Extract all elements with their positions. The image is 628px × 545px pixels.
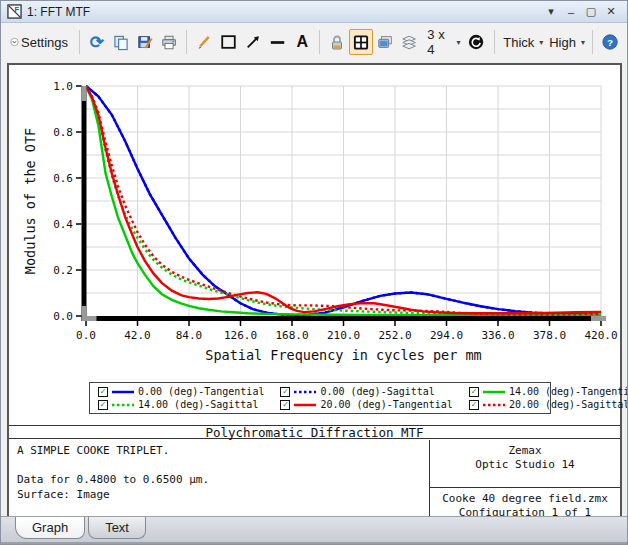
legend-line-sample bbox=[483, 399, 505, 410]
legend-checkbox[interactable]: ✓ bbox=[280, 387, 290, 397]
pencil-icon bbox=[196, 34, 212, 51]
legend-item: ✓20.00 (deg)-Sagittal bbox=[469, 399, 628, 410]
chevron-down-icon: ▾ bbox=[539, 38, 543, 47]
mtf-chart: 0.042.084.0126.0168.0210.0252.0294.0336.… bbox=[9, 65, 620, 375]
svg-text:420.0: 420.0 bbox=[584, 329, 617, 342]
reset-view-button[interactable] bbox=[464, 29, 488, 55]
brand-name: Zemax bbox=[508, 444, 541, 458]
legend-label: 14.00 (deg)-Sagittal bbox=[138, 399, 258, 410]
settings-dropdown[interactable]: Settings bbox=[6, 29, 74, 55]
print-icon bbox=[161, 34, 177, 51]
info-right-column: Zemax Optic Studio 14 Cooke 40 degree fi… bbox=[430, 440, 620, 516]
window-menu-button[interactable]: ▾ bbox=[541, 4, 561, 20]
close-button[interactable]: ✕ bbox=[601, 4, 621, 20]
grid-layout-dropdown[interactable]: 3 x 4 ▾ bbox=[421, 29, 464, 55]
svg-text:F: F bbox=[15, 5, 20, 14]
legend-checkbox[interactable]: ✓ bbox=[98, 387, 108, 397]
toolbar-separator bbox=[186, 30, 187, 54]
draw-text-button[interactable]: A bbox=[290, 29, 314, 55]
chart-legend: ✓0.00 (deg)-Tangential✓0.00 (deg)-Sagitt… bbox=[89, 382, 551, 414]
line-icon bbox=[269, 34, 286, 51]
window-mode-button[interactable] bbox=[373, 29, 397, 55]
fill-frame-button[interactable] bbox=[349, 29, 373, 55]
toolbar-separator bbox=[592, 30, 593, 54]
legend-line-sample bbox=[483, 386, 505, 397]
legend-checkbox[interactable]: ✓ bbox=[280, 400, 290, 410]
legend-item: ✓0.00 (deg)-Tangential bbox=[98, 386, 264, 397]
rectangle-icon bbox=[220, 33, 237, 51]
reset-view-icon bbox=[468, 33, 484, 51]
legend-label: 20.00 (deg)-Sagittal bbox=[509, 399, 628, 410]
file-name: Cooke 40 degree field.zmx bbox=[442, 492, 608, 506]
fill-frame-icon bbox=[353, 34, 369, 51]
draw-arrow-button[interactable] bbox=[241, 29, 265, 55]
legend-label: 0.00 (deg)-Tangential bbox=[138, 386, 264, 397]
bottom-tab-strip: Graph Text bbox=[1, 516, 627, 544]
minimize-button[interactable]: – bbox=[561, 4, 581, 20]
graph-panel: 0.042.084.0126.0168.0210.0252.0294.0336.… bbox=[7, 63, 622, 518]
legend-line-sample bbox=[294, 386, 316, 397]
refresh-button[interactable]: ⟳ bbox=[85, 29, 109, 55]
fft-mtf-window: F 1: FFT MTF ▾ – ▢ ✕ Settings ⟳ bbox=[0, 0, 628, 545]
grid-layout-label: 3 x 4 bbox=[427, 27, 451, 57]
legend-checkbox[interactable]: ✓ bbox=[98, 400, 108, 410]
draw-rectangle-button[interactable] bbox=[216, 29, 241, 55]
legend-checkbox[interactable]: ✓ bbox=[469, 387, 479, 397]
layers-icon bbox=[401, 34, 417, 51]
brand-product: Optic Studio 14 bbox=[475, 458, 574, 472]
titlebar: F 1: FFT MTF ▾ – ▢ ✕ bbox=[1, 1, 627, 23]
settings-label: Settings bbox=[21, 35, 68, 50]
svg-text:336.0: 336.0 bbox=[481, 329, 514, 342]
toolbar-separator bbox=[494, 30, 495, 54]
help-button[interactable]: ? bbox=[598, 29, 622, 55]
toolbar: Settings ⟳ bbox=[1, 23, 627, 61]
text-tool-icon: A bbox=[296, 33, 308, 51]
window-mode-icon bbox=[377, 34, 393, 50]
help-icon: ? bbox=[602, 33, 618, 51]
svg-text:0.0: 0.0 bbox=[76, 329, 96, 342]
maximize-button[interactable]: ▢ bbox=[581, 4, 601, 20]
svg-text:294.0: 294.0 bbox=[430, 329, 463, 342]
tab-graph-label: Graph bbox=[32, 520, 68, 535]
draw-pencil-button[interactable] bbox=[192, 29, 216, 55]
legend-line-sample bbox=[112, 386, 134, 397]
svg-text:126.0: 126.0 bbox=[224, 329, 257, 342]
svg-text:?: ? bbox=[607, 37, 613, 48]
svg-text:0.0: 0.0 bbox=[53, 310, 73, 323]
refresh-icon: ⟳ bbox=[90, 34, 104, 51]
chevron-down-icon: ▾ bbox=[456, 38, 460, 47]
svg-text:210.0: 210.0 bbox=[327, 329, 360, 342]
copy-icon bbox=[113, 34, 129, 51]
tab-graph[interactable]: Graph bbox=[15, 517, 85, 539]
legend-item: ✓0.00 (deg)-Sagittal bbox=[280, 386, 452, 397]
svg-text:0.4: 0.4 bbox=[53, 218, 73, 231]
draw-line-button[interactable] bbox=[265, 29, 290, 55]
svg-text:168.0: 168.0 bbox=[275, 329, 308, 342]
svg-text:0.2: 0.2 bbox=[53, 264, 73, 277]
legend-label: 20.00 (deg)-Tangential bbox=[320, 399, 452, 410]
save-button[interactable] bbox=[133, 29, 157, 55]
analysis-title: Polychromatic Diffraction MTF bbox=[9, 425, 620, 439]
copy-button[interactable] bbox=[109, 29, 133, 55]
line-thickness-dropdown[interactable]: Thick ▾ bbox=[499, 29, 545, 55]
svg-text:Spatial Frequency in cycles pe: Spatial Frequency in cycles per mm bbox=[205, 347, 481, 363]
svg-text:Modulus of the OTF: Modulus of the OTF bbox=[22, 128, 38, 274]
legend-line-sample bbox=[294, 399, 316, 410]
chevron-down-circle-icon bbox=[10, 34, 19, 50]
print-button[interactable] bbox=[157, 29, 181, 55]
window-title: 1: FFT MTF bbox=[27, 5, 541, 19]
layers-button[interactable] bbox=[397, 29, 421, 55]
legend-checkbox[interactable]: ✓ bbox=[469, 400, 479, 410]
svg-text:42.0: 42.0 bbox=[124, 329, 151, 342]
thickness-label: Thick bbox=[503, 35, 534, 50]
svg-text:0.8: 0.8 bbox=[53, 126, 73, 139]
quality-dropdown[interactable]: High ▾ bbox=[545, 29, 587, 55]
tab-text[interactable]: Text bbox=[88, 517, 146, 539]
svg-text:84.0: 84.0 bbox=[176, 329, 203, 342]
lock-button[interactable] bbox=[325, 29, 349, 55]
lock-icon bbox=[329, 34, 345, 51]
legend-line-sample bbox=[112, 399, 134, 410]
arrow-icon bbox=[245, 34, 261, 51]
lens-notes: A SIMPLE COOKE TRIPLET. Data for 0.4800 … bbox=[9, 440, 430, 516]
svg-text:1.0: 1.0 bbox=[53, 80, 73, 93]
